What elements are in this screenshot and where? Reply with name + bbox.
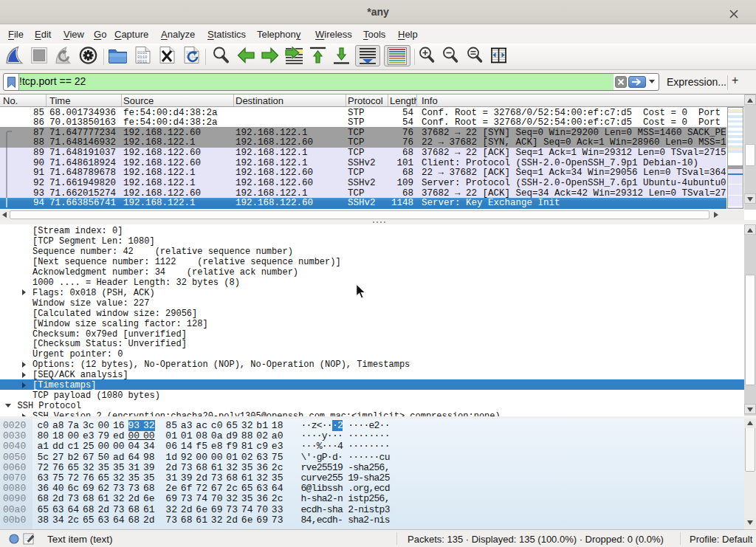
svg-text:0011: 0011 (137, 59, 148, 64)
